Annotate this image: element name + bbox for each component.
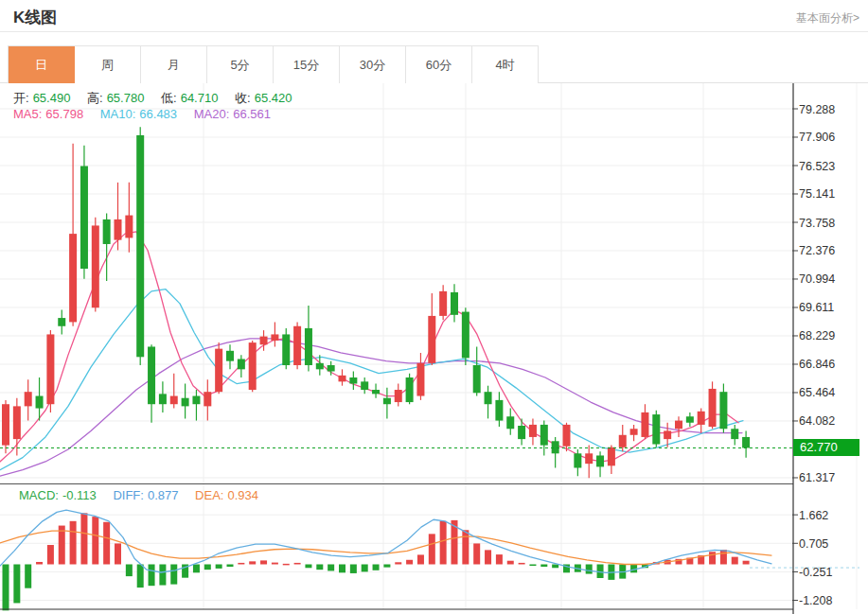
low-value: 64.710: [181, 91, 219, 105]
macd-readout: MACD:-0.113 DIFF:0.877 DEA:0.934: [19, 488, 262, 502]
tab-period-5[interactable]: 30分: [340, 46, 406, 83]
tab-period-4[interactable]: 15分: [274, 46, 340, 83]
y-axis-label: 68.229: [799, 329, 835, 342]
y-axis-label: -0.251: [799, 566, 832, 579]
tab-period-7[interactable]: 4时: [472, 46, 539, 83]
header-divider: [0, 31, 868, 32]
high-label: 高:: [87, 91, 103, 105]
dea-value: 0.934: [227, 488, 258, 502]
diff-label: DIFF:: [113, 488, 144, 502]
diff-value: 0.877: [148, 488, 179, 502]
tab-period-2[interactable]: 月: [141, 46, 207, 83]
ma5-value: 65.798: [45, 107, 83, 121]
y-axis-label: 75.141: [799, 187, 835, 201]
macd-value: -0.113: [62, 488, 97, 502]
y-axis-label: 0.705: [799, 537, 828, 551]
y-axis-label: -1.208: [799, 594, 832, 607]
dea-label: DEA:: [195, 488, 223, 502]
y-axis-label: 72.376: [799, 244, 835, 257]
ma10-label: MA10:: [100, 107, 136, 121]
open-value: 65.490: [33, 91, 71, 105]
tab-period-3[interactable]: 5分: [207, 46, 274, 83]
low-label: 低:: [161, 91, 177, 105]
fundamental-analysis-link[interactable]: 基本面分析>: [796, 10, 859, 26]
ma10-value: 66.483: [139, 107, 177, 121]
y-axis-label: 66.846: [799, 358, 835, 371]
close-value: 65.420: [255, 91, 292, 105]
current-price-badge: 62.770: [793, 439, 859, 456]
y-axis-label: 65.464: [799, 386, 835, 399]
close-label: 收:: [235, 91, 251, 105]
y-axis-label: 64.082: [799, 414, 835, 428]
period-tabbar: 日周月5分15分30分60分4时: [0, 45, 868, 83]
y-axis-label: 79.288: [799, 103, 835, 116]
ma20-value: 66.561: [233, 107, 271, 121]
tab-period-6[interactable]: 60分: [406, 46, 472, 83]
tab-period-0[interactable]: 日: [9, 46, 75, 83]
y-axis-label: 61.317: [799, 471, 835, 484]
period-tabs: 日周月5分15分30分60分4时: [8, 45, 539, 83]
high-value: 65.780: [107, 91, 145, 105]
open-label: 开:: [13, 91, 29, 105]
y-axis-label: 1.662: [799, 509, 828, 522]
y-axis-label: 73.758: [799, 217, 835, 230]
ohlc-readout: 开:65.490 高:65.780 低:64.710 收:65.420: [13, 90, 295, 107]
tab-period-1[interactable]: 周: [75, 46, 141, 83]
macd-label: MACD:: [19, 488, 59, 502]
ma20-label: MA20:: [194, 107, 230, 121]
ma5-label: MA5:: [13, 107, 42, 121]
ma-readout: MA5:65.798 MA10:66.483 MA20:66.561: [13, 107, 275, 121]
page-title: K线图: [13, 7, 57, 28]
y-axis-label: 70.994: [799, 272, 835, 286]
y-axis-label: 77.906: [799, 131, 835, 144]
y-axis-label: 69.611: [799, 301, 834, 314]
y-axis-label: 76.523: [799, 160, 835, 173]
